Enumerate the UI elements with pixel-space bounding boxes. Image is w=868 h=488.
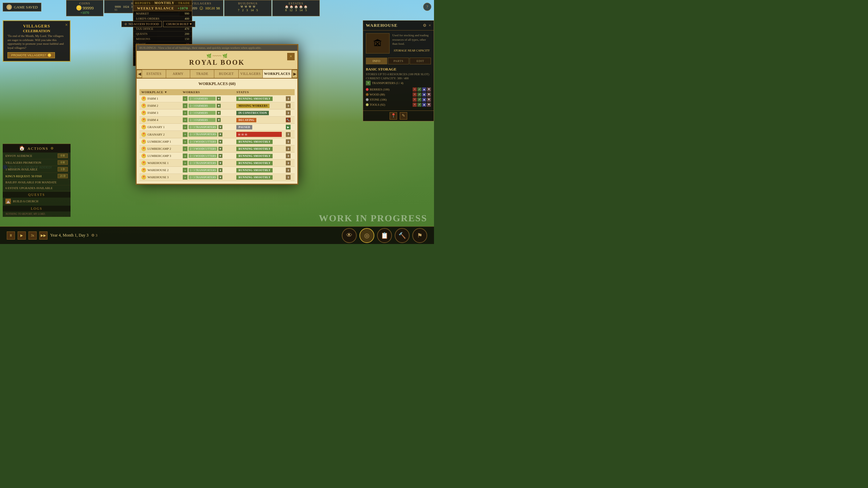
worker-dropdown[interactable]: ▼ <box>218 125 222 129</box>
add-worker-button[interactable]: + <box>183 161 188 165</box>
worker-dropdown[interactable]: ▼ <box>218 175 222 179</box>
royal-book-tabs: ◀ ESTATES ARMY TRADE BUDGET VILLAGERS WO… <box>137 70 297 79</box>
table-row: 📍 LUMBERCAMP 1 + 2 / 3 WOODCUTTERS ▼ RUN… <box>139 138 295 145</box>
add-worker-button[interactable]: + <box>183 110 188 115</box>
status-badge: IN CONSTRUCTION <box>236 111 269 115</box>
worker-dropdown[interactable]: ▼ <box>218 133 222 137</box>
location-icon[interactable]: 📍 <box>141 139 146 144</box>
status-badge: RUNNING SMOOTHLY <box>236 140 273 144</box>
tab-prev-button[interactable]: ◀ <box>137 70 142 78</box>
modal-overlay: BUILDINGS : View a list of all buildings… <box>0 0 434 244</box>
tab-next-button[interactable]: ▶ <box>292 70 297 78</box>
add-worker-button[interactable]: + <box>183 125 188 129</box>
tab-budget[interactable]: BUDGET <box>214 70 238 78</box>
worker-dropdown[interactable]: ▼ <box>217 111 221 115</box>
skull-icon: ☠ <box>244 133 248 136</box>
col-status: STATUS <box>234 89 284 95</box>
location-icon[interactable]: 📍 <box>141 110 146 115</box>
add-worker-button[interactable]: + <box>183 175 188 180</box>
worker-bar: 2 / 3 TRANSPORTERS <box>189 133 217 137</box>
royal-book-modal: BUILDINGS : View a list of all buildings… <box>136 44 298 185</box>
col-actions <box>284 89 295 95</box>
worker-bar: 2 / 3 WOODCUTTERS <box>189 154 217 158</box>
add-worker-button[interactable]: + <box>183 96 188 101</box>
repair-workplace-button[interactable]: 🔧 <box>286 118 291 122</box>
location-icon[interactable]: 📍 <box>141 125 146 129</box>
location-icon[interactable]: 📍 <box>141 146 146 151</box>
table-row: 📍 FARM 1 + 2 / 3 FARMERS ▼ RUNNING SMOOT… <box>139 95 295 102</box>
skull-icon: ☠ <box>241 133 244 136</box>
table-row: 📍 WAREHOUSE 3 + 2 / 3 TRANSPORTERS ▼ RUN… <box>139 174 295 181</box>
location-icon[interactable]: 📍 <box>141 168 146 172</box>
add-worker-button[interactable]: + <box>183 168 188 172</box>
worker-bar: 2 / 3 TRANSPORTERS <box>189 125 217 129</box>
worker-bar: 2 / 3 WOODCUTTERS <box>189 140 217 144</box>
table-row: 📍 LUMBERCAMP 2 + 2 / 3 WOODCUTTERS ▼ RUN… <box>139 145 295 152</box>
worker-dropdown[interactable]: ▼ <box>217 104 221 108</box>
royal-book-header: 🌿 ~~~~ 🌿 ROYAL BOOK × <box>137 51 297 70</box>
tab-army[interactable]: ARMY <box>166 70 190 78</box>
pause-workplace-button[interactable]: ⏸ <box>286 161 291 165</box>
tab-workplaces[interactable]: WORKPLACES <box>263 70 292 78</box>
royal-book-content: WORKPLACES (60) WORKPLACE ▼ WORKERS STAT… <box>137 79 297 184</box>
tab-estates[interactable]: ESTATES <box>142 70 166 78</box>
pause-workplace-button[interactable]: ⏸ <box>286 103 291 108</box>
royal-book-title: ROYAL BOOK <box>139 59 295 66</box>
play-workplace-button[interactable]: ▶ <box>286 125 291 129</box>
pause-workplace-button[interactable]: ⏸ <box>286 96 291 101</box>
location-icon[interactable]: 📍 <box>141 96 146 101</box>
location-icon[interactable]: 📍 <box>141 161 146 165</box>
worker-dropdown[interactable]: ▼ <box>217 118 221 122</box>
worker-bar: 2 / 3 TRANSPORTERS <box>189 168 217 172</box>
pause-workplace-button[interactable]: ⏸ <box>286 139 291 144</box>
location-icon[interactable]: 📍 <box>141 103 146 108</box>
status-badge: RUNNING SMOOTHLY <box>236 168 273 172</box>
worker-dropdown[interactable]: ▼ <box>218 154 222 158</box>
location-icon[interactable]: 📍 <box>141 154 146 158</box>
status-badge: PAUSED <box>236 125 252 129</box>
status-badge: RUNNING SMOOTHLY <box>236 161 273 165</box>
add-worker-button[interactable]: + <box>183 146 188 151</box>
status-badge: MISSING WORKERS <box>236 104 270 108</box>
royal-book-close-button[interactable]: × <box>287 53 295 60</box>
worker-dropdown[interactable]: ▼ <box>218 161 222 165</box>
status-badge: DECAYING <box>236 118 256 122</box>
worker-dropdown[interactable]: ▼ <box>218 168 222 172</box>
pause-workplace-button[interactable]: ⏸ <box>286 110 291 115</box>
add-worker-button[interactable]: + <box>183 139 188 144</box>
status-badge: RUNNING SMOOTHLY <box>236 97 273 101</box>
workplaces-title: WORKPLACES (60) <box>139 81 295 86</box>
location-icon[interactable]: 📍 <box>141 118 146 122</box>
header-decoration-left: 🌿 ~~~~ 🌿 <box>139 54 295 59</box>
table-row: 📍 WAREHOUSE 2 + 2 / 3 TRANSPORTERS ▼ RUN… <box>139 167 295 174</box>
add-worker-button[interactable]: + <box>183 103 188 108</box>
table-row: 📍 GRANARY 2 + 2 / 3 TRANSPORTERS ▼ ☠ ☠ ☠… <box>139 131 295 138</box>
add-worker-button[interactable]: + <box>183 118 188 122</box>
breadcrumb: BUILDINGS : View a list of all buildings… <box>137 45 297 51</box>
pause-workplace-button[interactable]: ⏸ <box>286 154 291 158</box>
tab-trade[interactable]: TRADE <box>190 70 214 78</box>
location-icon[interactable]: 📍 <box>141 132 146 137</box>
tab-villagers[interactable]: VILLAGERS <box>239 70 263 78</box>
location-icon[interactable]: 📍 <box>141 175 146 180</box>
worker-bar: 2 / 3 FARMERS <box>189 118 216 122</box>
table-row: 📍 LUMBERCAMP 3 + 2 / 3 WOODCUTTERS ▼ RUN… <box>139 152 295 160</box>
worker-bar: 2 / 3 TRANSPORTERS <box>189 175 217 179</box>
pause-workplace-button[interactable]: ⏸ <box>286 175 291 180</box>
pause-workplace-button[interactable]: ⏸ <box>286 132 291 137</box>
pause-workplace-button[interactable]: ⏸ <box>286 146 291 151</box>
skull-icon: ☠ <box>238 133 241 136</box>
worker-bar: 2 / 3 FARMERS <box>189 104 216 108</box>
add-worker-button[interactable]: + <box>183 132 188 137</box>
col-workplace: WORKPLACE ▼ <box>139 89 181 95</box>
table-row: 📍 FARM 4 + 2 / 3 FARMERS ▼ DECAYING🔧 <box>139 117 295 124</box>
worker-bar: 2 / 3 TRANSPORTERS <box>189 161 217 165</box>
worker-dropdown[interactable]: ▼ <box>218 140 222 144</box>
worker-dropdown[interactable]: ▼ <box>217 97 221 101</box>
worker-bar: 2 / 3 WOODCUTTERS <box>189 147 217 151</box>
status-badge: RUNNING SMOOTHLY <box>236 147 273 151</box>
workplaces-table: WORKPLACE ▼ WORKERS STATUS 📍 FARM 1 + 2 … <box>139 89 295 181</box>
add-worker-button[interactable]: + <box>183 154 188 158</box>
worker-dropdown[interactable]: ▼ <box>218 147 222 151</box>
pause-workplace-button[interactable]: ⏸ <box>286 168 291 172</box>
